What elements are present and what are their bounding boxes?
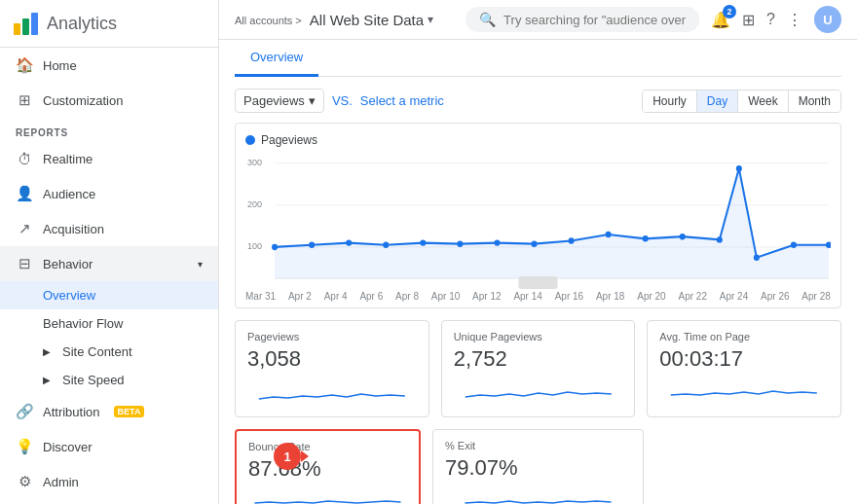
reports-section-label: REPORTS [0, 118, 218, 142]
legend-dot [245, 135, 255, 145]
date-label-12: Apr 24 [720, 291, 748, 302]
vs-label: VS. [332, 93, 353, 108]
date-label-7: Apr 14 [513, 291, 541, 302]
tab-bar: Overview [235, 40, 841, 77]
avatar[interactable]: U [814, 6, 841, 33]
annotation-bubble[interactable]: 1 [274, 443, 301, 470]
date-label-14: Apr 28 [801, 291, 830, 302]
sidebar-item-acquisition-label: Acquisition [43, 222, 104, 236]
tab-overview[interactable]: Overview [235, 40, 318, 77]
metric-select-label: Pageviews [243, 93, 305, 108]
acquisition-icon: ↗ [16, 220, 33, 237]
apps-grid-icon[interactable]: ⊞ [742, 11, 755, 29]
metric-bounce-label: Bounce Rate [248, 441, 407, 452]
time-btn-week[interactable]: Week [738, 90, 788, 112]
search-icon: 🔍 [479, 12, 496, 27]
discover-icon: 💡 [16, 438, 33, 455]
svg-point-24 [736, 165, 742, 171]
chart-controls: Pageviews ▾ VS. Select a metric Hourly D… [235, 89, 841, 113]
sidebar-item-discover[interactable]: 💡 Discover [0, 429, 218, 464]
date-label-13: Apr 26 [761, 291, 789, 302]
audience-icon: 👤 [16, 185, 33, 202]
breadcrumb: All accounts > [235, 13, 302, 27]
sidebar-item-audience-label: Audience [43, 187, 95, 201]
date-label-5: Apr 10 [431, 291, 460, 302]
svg-point-13 [346, 239, 352, 245]
customization-icon: ⊞ [16, 91, 33, 109]
metric-select-arrow: ▾ [309, 93, 316, 108]
date-label-4: Apr 8 [395, 291, 419, 302]
svg-rect-2 [31, 13, 38, 35]
time-btn-hourly[interactable]: Hourly [643, 90, 697, 112]
svg-point-12 [309, 242, 315, 248]
sidebar-item-home[interactable]: 🏠 Home [0, 48, 218, 83]
behavior-chevron: ▾ [198, 259, 203, 270]
metric-card-bounce-rate: Bounce Rate 87.68% [235, 429, 421, 504]
time-btn-month[interactable]: Month [789, 90, 840, 112]
sidebar-item-overview-label: Overview [43, 288, 95, 303]
metric-select[interactable]: Pageviews ▾ [235, 89, 324, 113]
sidebar-item-admin[interactable]: ⚙ Admin [0, 464, 218, 499]
search-input[interactable] [503, 13, 686, 27]
svg-point-26 [791, 242, 797, 248]
search-bar[interactable]: 🔍 [466, 7, 699, 32]
sidebar-item-customization[interactable]: ⊞ Customization [0, 83, 218, 118]
time-btn-day[interactable]: Day [697, 90, 738, 112]
sparkline-pageviews [247, 378, 417, 407]
sidebar-navigation: 🏠 Home ⊞ Customization REPORTS ⏱ Realtim… [0, 48, 218, 504]
chart-area: Pageviews 300 200 100 [235, 123, 841, 308]
sidebar-item-site-speed[interactable]: ▶ Site Speed [0, 366, 218, 394]
svg-point-20 [606, 232, 612, 237]
metric-exit-label: % Exit [445, 440, 631, 451]
svg-rect-0 [14, 23, 20, 35]
sidebar-item-site-content[interactable]: ▶ Site Content [0, 338, 218, 366]
svg-point-23 [717, 236, 723, 242]
property-selector[interactable]: All Web Site Data ▾ [310, 12, 433, 28]
date-label-10: Apr 20 [637, 291, 665, 302]
metric-avg-time-value: 00:03:17 [659, 346, 829, 372]
date-label-0: Mar 31 [245, 291, 276, 302]
behavior-icon: ⊟ [16, 255, 33, 272]
sidebar-item-behavior-flow[interactable]: Behavior Flow [0, 309, 218, 338]
date-label-3: Apr 6 [359, 291, 383, 302]
metric-avg-time-label: Avg. Time on Page [659, 331, 829, 342]
sidebar-item-overview[interactable]: Overview [0, 281, 218, 309]
sidebar-item-site-speed-label: Site Speed [62, 373, 125, 387]
chart-left-controls: Pageviews ▾ VS. Select a metric [235, 89, 444, 113]
svg-point-16 [457, 240, 463, 246]
svg-point-17 [494, 239, 500, 245]
svg-point-19 [569, 237, 575, 243]
date-label-1: Apr 2 [288, 291, 312, 302]
help-icon[interactable]: ? [766, 11, 775, 28]
sidebar-header: Analytics [0, 0, 218, 48]
metric-bounce-value: 87.68% [248, 456, 407, 482]
metric-unique-label: Unique Pageviews [454, 331, 623, 342]
sidebar-item-attribution[interactable]: 🔗 Attribution BETA [0, 394, 218, 429]
svg-text:300: 300 [247, 158, 262, 167]
line-chart: 300 200 100 [245, 153, 831, 289]
sidebar-item-audience[interactable]: 👤 Audience [0, 176, 218, 211]
chart-legend: Pageviews [245, 133, 831, 147]
sidebar-item-realtime[interactable]: ⏱ Realtime [0, 142, 218, 176]
sidebar-item-discover-label: Discover [43, 440, 93, 454]
home-icon: 🏠 [16, 56, 33, 74]
metric-pageviews-label: Pageviews [247, 331, 417, 342]
svg-point-14 [383, 242, 389, 248]
main-content: All accounts > All Web Site Data ▾ 🔍 🔔 2… [219, 0, 857, 504]
realtime-icon: ⏱ [16, 151, 33, 167]
sparkline-bounce [248, 487, 407, 504]
notification-icon[interactable]: 🔔 2 [711, 11, 730, 29]
date-label-8: Apr 16 [555, 291, 583, 302]
more-options-icon[interactable]: ⋮ [787, 11, 802, 29]
svg-point-11 [272, 244, 278, 250]
sidebar-item-attribution-label: Attribution [43, 405, 100, 419]
admin-icon: ⚙ [16, 473, 33, 490]
sidebar-item-acquisition[interactable]: ↗ Acquisition [0, 211, 218, 246]
sidebar-item-behavior-flow-label: Behavior Flow [43, 316, 123, 331]
metric-unique-value: 2,752 [454, 346, 623, 372]
select-metric-link[interactable]: Select a metric [360, 93, 444, 108]
metrics-bottom-row: 1 Bounce Rate 87.68% % Exit 79.07% [235, 429, 841, 504]
sparkline-exit [445, 486, 631, 504]
date-label-9: Apr 18 [596, 291, 624, 302]
sidebar-item-behavior[interactable]: ⊟ Behavior ▾ [0, 246, 218, 281]
